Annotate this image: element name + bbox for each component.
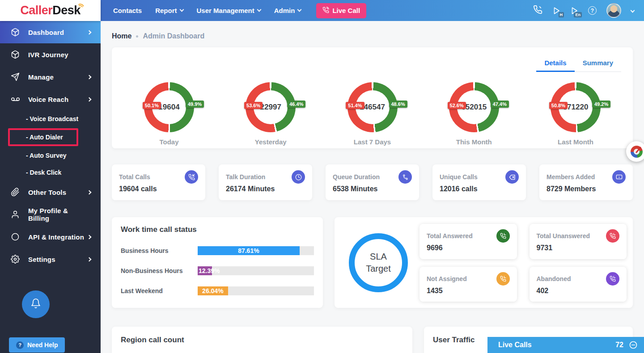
gear-icon	[11, 255, 21, 264]
gauge-icon	[631, 146, 643, 158]
signal-waves-icon	[75, 0, 88, 14]
donut-label: This Month	[449, 138, 499, 146]
breadcrumb-home[interactable]: Home	[112, 32, 131, 40]
profile-chevron-down-icon[interactable]	[631, 8, 635, 13]
voicemail-icon	[11, 95, 21, 104]
bar-fill: 12.39%	[198, 266, 212, 275]
cube-icon	[11, 50, 21, 59]
minimize-icon[interactable]	[629, 340, 638, 349]
sla-grid: Total Answered 9696 Total Unanswered	[419, 224, 627, 302]
sidebar-item-other-tools[interactable]: Other Tools	[0, 181, 101, 203]
green-percent-badge: 49.2%	[592, 101, 610, 108]
region-call-count-title: Region call count	[121, 336, 403, 345]
route-icon	[398, 170, 412, 184]
play-hindi-badge: H	[559, 12, 564, 17]
sidebar-subitem-auto-dialer[interactable]: - Auto Dialer	[10, 130, 76, 144]
chevron-right-icon	[87, 75, 92, 79]
play-english-icon[interactable]: En	[570, 6, 578, 15]
bar-track: 87.61%	[198, 246, 314, 255]
breadcrumb-current: Admin Dashboard	[143, 32, 204, 40]
nav-item-admin[interactable]: Admin	[274, 7, 301, 14]
donut-last-7-days: 146547 51.4% 48.6% Last 7 Days	[347, 82, 398, 146]
region-call-count-card: Region call count	[112, 327, 412, 353]
stat-card-total-calls: Total Calls 19604 calls	[112, 164, 205, 200]
brand-caller: Caller	[20, 4, 52, 17]
nav-item-report[interactable]: Report	[155, 7, 183, 14]
sidebar: Dashboard IVR Journey Manage Voice Reach…	[0, 21, 101, 353]
green-percent-badge: 49.9%	[186, 101, 204, 108]
phone-incoming-icon	[496, 272, 510, 286]
chevron-down-icon	[297, 8, 302, 12]
user-icon	[11, 210, 21, 219]
phone-off-icon	[606, 272, 619, 286]
phone-incoming-icon	[496, 229, 510, 243]
bar-track: 26.04%	[198, 286, 314, 295]
chevron-right-icon	[87, 30, 92, 34]
red-percent-badge: 53.6%	[244, 102, 263, 109]
chevron-down-icon	[257, 8, 261, 12]
bell-icon	[30, 298, 41, 311]
screen-user-icon	[612, 170, 626, 184]
main-navbar: Contacts Report User Management Admin Li…	[101, 0, 644, 21]
cube-icon	[11, 28, 21, 37]
sidebar-subitem-auto-survey[interactable]: - Auto Survey	[0, 147, 101, 164]
tag-x-icon	[505, 170, 519, 184]
stat-card-unique-calls: Unique Calls 12016 calls	[432, 164, 526, 200]
phone-icon[interactable]	[533, 5, 542, 16]
phone-missed-icon	[606, 229, 619, 243]
work-time-title: Work time call status	[121, 225, 314, 234]
stats-row: Total Calls 19604 calls Talk Duration 26…	[112, 164, 633, 200]
sla-target-ring: SLA Target	[349, 233, 408, 292]
play-english-badge: En	[574, 12, 582, 17]
notifications-bell-button[interactable]	[22, 290, 50, 318]
play-hindi-icon[interactable]: H	[552, 6, 560, 15]
tab-summary[interactable]: Summary	[575, 55, 621, 72]
bar-row-business-hours: Business Hours 87.61%	[121, 246, 314, 255]
phone-incoming-icon	[185, 170, 198, 184]
red-percent-badge: 51.4%	[346, 102, 364, 109]
circle-icon	[11, 232, 21, 241]
sidebar-item-voice-reach[interactable]: Voice Reach	[0, 88, 101, 110]
breadcrumb-separator	[136, 35, 138, 38]
auto-dialer-highlight-box: - Auto Dialer	[8, 128, 78, 146]
help-icon[interactable]: ?	[588, 6, 597, 15]
sidebar-subitem-desk-click[interactable]: - Desk Click	[0, 164, 101, 181]
navbar-right-icons: H En ?	[533, 3, 634, 18]
brand-logo-text: CallerDesk	[20, 4, 80, 17]
bar-row-non-business-hours: Non-Business Hours 12.39%	[121, 266, 314, 275]
speed-dial-fab[interactable]	[626, 141, 644, 162]
nav-item-user-management[interactable]: User Management	[197, 7, 261, 14]
sidebar-item-ivr-journey[interactable]: IVR Journey	[0, 43, 101, 66]
sidebar-item-my-profile-billing[interactable]: My Profile & Billing	[0, 203, 101, 226]
live-call-button[interactable]: Live Call	[316, 3, 366, 18]
sidebar-item-dashboard[interactable]: Dashboard	[0, 21, 101, 43]
live-calls-count: 72	[615, 341, 623, 349]
brand-logo[interactable]: CallerDesk	[0, 0, 101, 21]
summary-tabs: Details Summary	[536, 55, 621, 72]
need-help-button[interactable]: ? Need Help	[9, 337, 65, 353]
sidebar-item-settings[interactable]: Settings	[0, 248, 101, 270]
donut-label: Last 7 Days	[347, 138, 398, 146]
live-calls-bar[interactable]: Live Calls 72	[487, 337, 644, 353]
green-percent-badge: 48.6%	[389, 101, 407, 108]
sla-card: SLA Target Total Answered 9696 Total Una…	[335, 217, 633, 308]
donut-this-month: 652015 52.6% 47.4% This Month	[449, 82, 499, 146]
main-content: Home Admin Dashboard Details Summary 196…	[101, 21, 644, 353]
sidebar-subitem-voice-broadcast[interactable]: - Voice Broadcast	[0, 110, 101, 127]
donut-label: Today	[144, 138, 194, 146]
bar-fill: 26.04%	[198, 286, 228, 295]
chevron-down-icon	[179, 8, 184, 12]
sidebar-item-manage[interactable]: Manage	[0, 66, 101, 88]
call-summary-card: Details Summary 19604 50.1% 49.9% Today …	[112, 47, 633, 148]
bar-track: 12.39%	[198, 266, 314, 275]
question-icon: ?	[16, 341, 24, 349]
stat-card-talk-duration: Talk Duration 26174 Minutes	[219, 164, 312, 200]
chevron-right-icon	[87, 235, 92, 239]
nav-item-contacts[interactable]: Contacts	[113, 7, 142, 14]
middle-row: Work time call status Business Hours 87.…	[112, 217, 633, 308]
work-time-card: Work time call status Business Hours 87.…	[112, 217, 323, 308]
send-icon	[11, 72, 21, 81]
sidebar-item-api-integration[interactable]: API & Integration	[0, 226, 101, 248]
tab-details[interactable]: Details	[536, 55, 574, 72]
user-avatar[interactable]	[606, 3, 621, 18]
